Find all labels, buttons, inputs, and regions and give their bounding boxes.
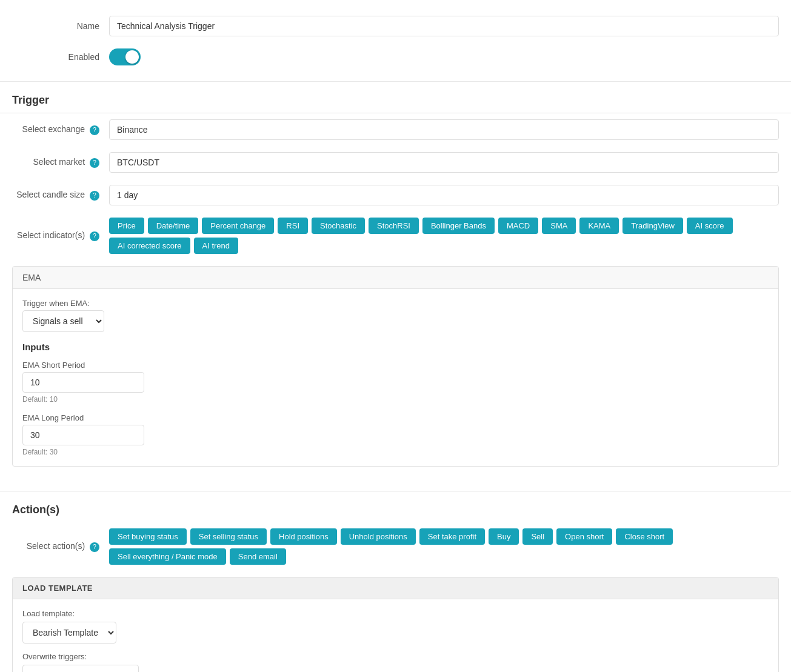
action-tag[interactable]: Unhold positions <box>341 528 416 545</box>
indicator-tag[interactable]: AI score <box>687 218 733 234</box>
indicator-tag[interactable]: RSI <box>278 218 308 234</box>
overwrite-triggers-row: Overwrite triggers: Overwrite/reset trig… <box>22 652 769 672</box>
indicator-tag[interactable]: TradingView <box>622 218 683 234</box>
actions-help-icon[interactable]: ? <box>90 542 99 552</box>
load-template-section: LOAD TEMPLATE Load template: Bearish Tem… <box>12 577 779 672</box>
ema-body: Trigger when EMA: Signals a sellSignals … <box>13 289 778 466</box>
action-tag[interactable]: Buy <box>489 528 519 545</box>
market-input[interactable] <box>109 152 779 173</box>
indicators-help-icon[interactable]: ? <box>90 231 99 241</box>
indicator-tag[interactable]: Stochastic <box>312 218 365 234</box>
page-container: Name Enabled Trigger Select exchange ? S… <box>0 0 791 672</box>
action-tag[interactable]: Sell everything / Panic mode <box>109 548 226 565</box>
market-row: Select market ? <box>0 146 791 179</box>
ema-long-input[interactable] <box>22 425 144 445</box>
actions-tags: Set buying statusSet selling statusHold … <box>109 528 779 565</box>
actions-label: Select action(s) ? <box>12 541 109 552</box>
gap-spacer <box>0 473 791 491</box>
actions-row: Select action(s) ? Set buying statusSet … <box>0 522 791 571</box>
ema-subsection: EMA Trigger when EMA: Signals a sellSign… <box>12 266 779 467</box>
exchange-row: Select exchange ? <box>0 113 791 146</box>
indicator-tag[interactable]: SMA <box>542 218 576 234</box>
exchange-label: Select exchange ? <box>12 124 109 135</box>
load-template-body: Load template: Bearish TemplateBullish T… <box>13 599 778 672</box>
market-help-icon[interactable]: ? <box>90 158 99 168</box>
action-tag[interactable]: Hold positions <box>270 528 337 545</box>
ema-long-group: EMA Long Period Default: 30 <box>22 413 769 456</box>
ema-short-label: EMA Short Period <box>22 361 769 370</box>
market-label: Select market ? <box>12 157 109 168</box>
exchange-input[interactable] <box>109 119 779 140</box>
indicator-tag[interactable]: KAMA <box>579 218 619 234</box>
enabled-toggle[interactable] <box>109 48 141 65</box>
action-tag[interactable]: Open short <box>556 528 612 545</box>
action-tag[interactable]: Set selling status <box>190 528 267 545</box>
action-tag[interactable]: Sell <box>522 528 553 545</box>
indicator-tag[interactable]: Date/time <box>148 218 199 234</box>
exchange-help-icon[interactable]: ? <box>90 125 99 135</box>
overwrite-triggers-select[interactable]: Overwrite/reset triggersKeep existing tr… <box>22 665 139 672</box>
trigger-when-label: Trigger when EMA: <box>22 299 769 308</box>
candle-help-icon[interactable]: ? <box>90 191 99 201</box>
ema-short-group: EMA Short Period Default: 10 <box>22 361 769 404</box>
name-input[interactable] <box>109 16 779 36</box>
load-template-label: Load template: <box>22 609 769 618</box>
indicators-tags: PriceDate/timePercent changeRSIStochasti… <box>109 218 779 254</box>
name-label: Name <box>12 21 109 31</box>
action-tag[interactable]: Set buying status <box>109 528 187 545</box>
toggle-slider <box>109 48 141 65</box>
inputs-title: Inputs <box>22 342 769 352</box>
action-tag[interactable]: Set take profit <box>419 528 485 545</box>
indicator-tag[interactable]: Percent change <box>202 218 274 234</box>
load-template-header: LOAD TEMPLATE <box>13 577 778 599</box>
indicator-tag[interactable]: Bollinger Bands <box>422 218 495 234</box>
actions-section-title: Action(s) <box>0 491 791 522</box>
indicator-tag[interactable]: Price <box>109 218 144 234</box>
action-tag[interactable]: Close short <box>616 528 673 545</box>
trigger-when-group: Trigger when EMA: Signals a sellSignals … <box>22 299 769 332</box>
ema-long-label: EMA Long Period <box>22 413 769 422</box>
load-template-row: Load template: Bearish TemplateBullish T… <box>22 609 769 644</box>
ema-short-default: Default: 10 <box>22 395 769 404</box>
load-template-select[interactable]: Bearish TemplateBullish TemplateNeutral … <box>22 622 116 644</box>
indicators-row: Select indicator(s) ? PriceDate/timePerc… <box>0 211 791 260</box>
indicator-tag[interactable]: StochRSI <box>369 218 419 234</box>
overwrite-triggers-label: Overwrite triggers: <box>22 652 769 661</box>
enabled-label: Enabled <box>12 52 109 62</box>
ema-header: EMA <box>13 267 778 289</box>
ema-long-default: Default: 30 <box>22 448 769 456</box>
ema-short-input[interactable] <box>22 372 144 393</box>
action-tag[interactable]: Send email <box>230 548 286 565</box>
trigger-section-title: Trigger <box>0 82 791 113</box>
candle-row: Select candle size ? <box>0 179 791 211</box>
name-row: Name <box>0 10 791 42</box>
candle-label: Select candle size ? <box>12 190 109 201</box>
trigger-when-select[interactable]: Signals a sellSignals a buyCrosses upCro… <box>22 310 104 332</box>
indicators-label: Select indicator(s) ? <box>12 230 109 241</box>
enabled-row: Enabled <box>0 42 791 72</box>
indicator-tag[interactable]: MACD <box>498 218 538 234</box>
indicator-tag[interactable]: AI corrected score <box>109 238 190 254</box>
candle-input[interactable] <box>109 185 779 205</box>
indicator-tag[interactable]: AI trend <box>194 238 239 254</box>
name-section: Name Enabled <box>0 0 791 82</box>
